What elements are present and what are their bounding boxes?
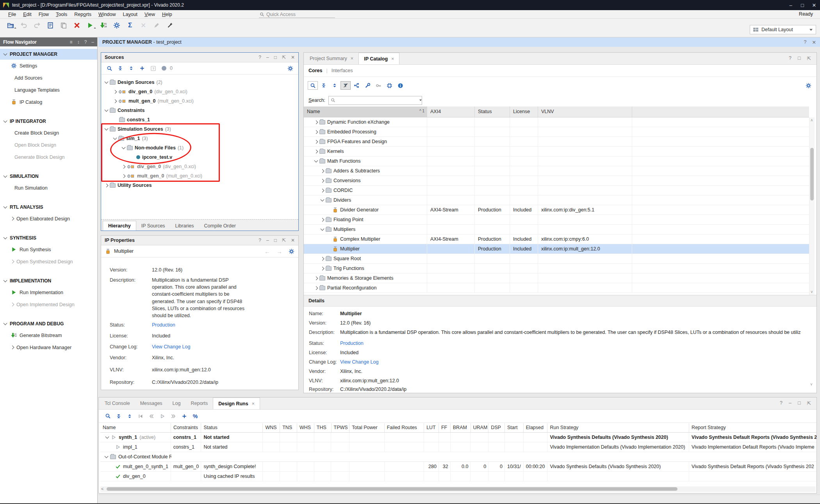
generate-bitstream-icon[interactable]: [97, 21, 110, 30]
help-icon[interactable]: ?: [804, 39, 807, 45]
settings-gear-icon[interactable]: [803, 81, 813, 90]
catalog-row-divider-generator[interactable]: Divider GeneratorAXI4-StreamProductionIn…: [304, 205, 809, 215]
chevron-right-icon[interactable]: [321, 218, 324, 222]
tab-ip-sources[interactable]: IP Sources: [136, 221, 170, 231]
catalog-row-floating-point[interactable]: Floating Point: [304, 215, 809, 225]
column-header-ff[interactable]: FF: [439, 423, 451, 432]
catalog-row-dynamic-function-exchange[interactable]: Dynamic Function eXchange: [304, 117, 809, 127]
collapse-all-icon[interactable]: [319, 81, 329, 90]
chevron-down-icon[interactable]: [4, 279, 7, 282]
menu-file[interactable]: File: [5, 11, 20, 18]
tab-ip-catalog[interactable]: IP Catalog×: [358, 53, 399, 64]
catalog-row-square-root[interactable]: Square Root: [304, 254, 809, 264]
minimize-icon[interactable]: –: [266, 55, 269, 60]
tree-item-constraints[interactable]: Constraints: [105, 106, 144, 115]
column-header-whs[interactable]: WHS: [297, 423, 314, 432]
sidebar-item-ip-catalog[interactable]: IP Catalog: [0, 96, 97, 108]
tree-item-div-gen-0[interactable]: div_gen_0 (div_gen_0.xci): [122, 162, 196, 171]
search-icon[interactable]: [308, 81, 318, 90]
column-header-status[interactable]: Status: [201, 423, 263, 432]
minimize-button[interactable]: –: [785, 2, 797, 8]
document-icon[interactable]: [44, 21, 57, 30]
column-header-name[interactable]: Name: [100, 423, 171, 432]
minimize-icon[interactable]: –: [266, 238, 269, 243]
close-icon[interactable]: ✕: [812, 39, 816, 45]
detail-value[interactable]: View Change Log: [340, 359, 801, 365]
float-icon[interactable]: ⇱: [807, 400, 811, 406]
tab-design-runs[interactable]: Design Runs×: [213, 398, 260, 409]
chevron-right-icon[interactable]: [314, 130, 318, 134]
tab-log[interactable]: Log: [168, 398, 186, 409]
menu-edit[interactable]: Edit: [20, 11, 35, 18]
collapse-icon[interactable]: ≡: [70, 39, 73, 45]
search-input[interactable]: [328, 96, 422, 105]
chevron-right-icon[interactable]: [321, 188, 324, 192]
chevron-down-icon[interactable]: [321, 198, 324, 202]
subtab-interfaces[interactable]: Interfaces: [332, 68, 353, 73]
sidebar-item-run-implementation[interactable]: Run Implementation: [0, 286, 97, 298]
design-run-row-mult-gen-0-synth-1[interactable]: mult_gen_0_synth_1mult_gen_0synth_design…: [100, 462, 817, 472]
sidebar-item-language-templates[interactable]: Language Templates: [0, 84, 97, 96]
chevron-right-icon[interactable]: [122, 174, 126, 178]
wand-icon[interactable]: [163, 21, 176, 30]
sidebar-section-simulation[interactable]: SIMULATION: [0, 171, 97, 182]
forward-arrow-icon[interactable]: →: [276, 248, 282, 255]
sidebar-item-settings[interactable]: Settings: [0, 60, 97, 72]
tab-libraries[interactable]: Libraries: [170, 221, 199, 231]
catalog-row-math-functions[interactable]: Math Functions: [304, 156, 809, 166]
ip-chip-icon[interactable]: [384, 81, 394, 90]
run-play-icon[interactable]: [84, 21, 97, 30]
info-icon[interactable]: [395, 81, 405, 90]
menu-window[interactable]: Window: [95, 11, 119, 18]
chevron-down-icon[interactable]: [105, 435, 109, 439]
chevron-down-icon[interactable]: [105, 80, 109, 84]
chevron-right-icon[interactable]: [113, 99, 117, 103]
expand-all-icon[interactable]: [330, 81, 340, 90]
tree-item-div-gen-0[interactable]: div_gen_0 (div_gen_0.xci): [114, 87, 187, 96]
scroll-up-icon[interactable]: ˄︎: [811, 118, 813, 122]
column-header-axi4[interactable]: AXI4: [427, 106, 475, 117]
sidebar-section-synthesis[interactable]: SYNTHESIS: [0, 232, 97, 243]
chevron-down-icon[interactable]: [4, 321, 7, 325]
column-header-license[interactable]: License: [510, 106, 538, 117]
close-button[interactable]: ✕: [808, 2, 820, 8]
column-header-lut[interactable]: LUT: [424, 423, 439, 432]
quick-access-search[interactable]: Quick Access: [259, 11, 335, 18]
scroll-left-icon[interactable]: ˂︎: [101, 486, 103, 491]
maximize-icon[interactable]: □: [274, 238, 277, 243]
design-run-row-impl-1[interactable]: impl_1constrs_1Not startedVivado Impleme…: [100, 442, 817, 452]
search-icon[interactable]: [104, 64, 114, 73]
chevron-down-icon[interactable]: [4, 205, 7, 209]
column-header-start[interactable]: Start: [505, 423, 524, 432]
chevron-right-icon[interactable]: [11, 346, 14, 350]
column-header-total-power[interactable]: Total Power: [349, 423, 384, 432]
chevron-right-icon[interactable]: [314, 149, 318, 153]
delete-x-icon[interactable]: [70, 21, 84, 30]
tree-item-mult-gen-0[interactable]: mult_gen_0 (mult_gen_0.xci): [122, 171, 202, 181]
tab-hierarchy[interactable]: Hierarchy: [103, 221, 136, 231]
maximize-icon[interactable]: □: [798, 55, 801, 61]
property-value[interactable]: View Change Log: [152, 344, 190, 350]
catalog-row-complex-multiplier[interactable]: Complex MultiplierAXI4-StreamProductionI…: [304, 234, 809, 244]
chevron-right-icon[interactable]: [122, 165, 126, 169]
catalog-row-embedded-processing[interactable]: Embedded Processing: [304, 127, 809, 137]
chevron-down-icon[interactable]: [314, 159, 318, 163]
scrollbar-thumb[interactable]: [810, 148, 814, 201]
chevron-right-icon[interactable]: [105, 183, 109, 187]
column-header-run-strategy[interactable]: Run Strategy: [547, 423, 689, 432]
cancel-disabled-icon[interactable]: ✕: [137, 21, 150, 30]
sidebar-section-program-and-debug[interactable]: PROGRAM AND DEBUG: [0, 318, 97, 329]
sidebar-item-generate-bitstream[interactable]: Generate Bitstream: [0, 329, 97, 341]
tab-compile-order[interactable]: Compile Order: [199, 221, 241, 231]
close-icon[interactable]: ×: [391, 56, 394, 62]
sidebar-item-add-sources[interactable]: Add Sources: [0, 72, 97, 84]
add-sources-icon[interactable]: [137, 64, 147, 73]
design-run-row-out-of-context-module-runs[interactable]: Out-of-Context Module Runs: [100, 452, 817, 462]
sidebar-item-run-synthesis[interactable]: Run Synthesis: [0, 243, 97, 256]
chevron-down-icon[interactable]: [113, 136, 117, 140]
add-run-icon[interactable]: [179, 412, 189, 421]
design-run-row-synth-1[interactable]: synth_1 (active)constrs_1Not startedViva…: [100, 433, 817, 442]
tree-item-mult-gen-0[interactable]: mult_gen_0 (mult_gen_0.xci): [114, 96, 194, 106]
menu-view[interactable]: View: [141, 11, 159, 18]
catalog-row-adders-subtracters[interactable]: Adders & Subtracters: [304, 166, 809, 176]
